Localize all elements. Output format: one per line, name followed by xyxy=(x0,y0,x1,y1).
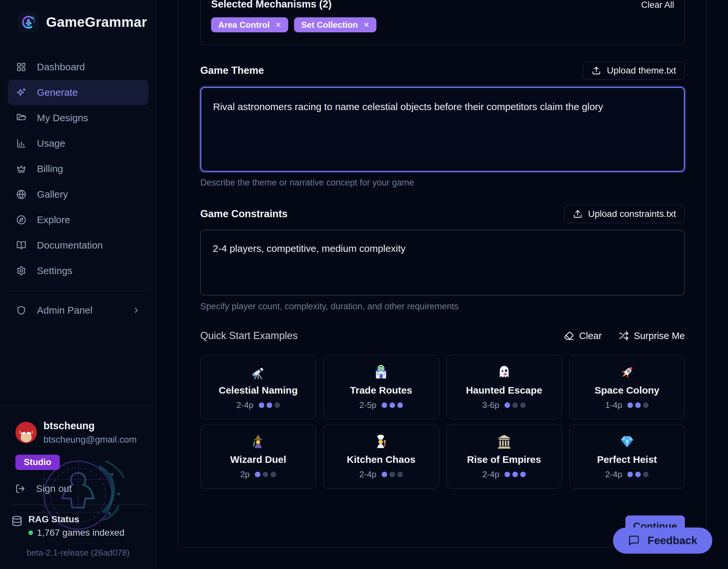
quick-start-card-rise-of-empires[interactable]: Rise of Empires 2-4p xyxy=(446,424,562,489)
brand-name: GameGrammar xyxy=(46,14,147,30)
mechanism-chip-area-control[interactable]: Area Control × xyxy=(211,17,288,32)
game-constraints-label: Game Constraints xyxy=(200,208,288,220)
game-constraints-input[interactable]: 2-4 players, competitive, medium complex… xyxy=(200,230,685,295)
sidebar-item-admin-panel[interactable]: Admin Panel xyxy=(8,297,148,323)
card-title: Kitchen Chaos xyxy=(347,454,415,465)
complexity-dots xyxy=(627,472,649,477)
rag-status-title: RAG Status xyxy=(28,514,124,525)
quick-start-card-haunted-escape[interactable]: Haunted Escape 3-6p xyxy=(446,355,562,419)
mechanism-chips: Area Control × Set Collection × xyxy=(211,17,674,32)
complexity-dots xyxy=(505,402,526,408)
sidebar-item-generate[interactable]: Generate xyxy=(8,80,148,105)
quick-start-grid: Celestial Naming 2-4p 24 Trade Routes 2-… xyxy=(200,355,685,489)
sidebar-item-label: Generate xyxy=(37,87,78,98)
user-email: btscheung@gmail.com xyxy=(43,434,137,445)
sidebar-item-explore[interactable]: Explore xyxy=(8,207,148,233)
rocket-emoji-icon xyxy=(619,364,635,380)
card-title: Trade Routes xyxy=(350,385,412,396)
feedback-button[interactable]: Feedback xyxy=(613,527,712,554)
sidebar-item-label: Usage xyxy=(37,138,65,149)
sign-out-label: Sign out xyxy=(36,483,72,494)
remove-chip-icon[interactable]: × xyxy=(275,20,281,29)
folder-open-icon xyxy=(16,113,26,123)
selected-mechanisms-title: Selected Mechanisms (2) xyxy=(211,0,332,10)
sidebar-item-usage[interactable]: Usage xyxy=(8,131,148,156)
user-profile: btscheung btscheung@gmail.com xyxy=(0,406,156,445)
rag-indexed-count: 1,767 games indexed xyxy=(37,527,124,538)
sidebar-item-my-designs[interactable]: My Designs xyxy=(8,105,148,131)
book-open-icon xyxy=(16,241,26,250)
card-title: Space Colony xyxy=(595,385,659,396)
shuffle-icon xyxy=(619,331,629,341)
sidebar-item-documentation[interactable]: Documentation xyxy=(8,233,148,258)
sign-out-button[interactable]: Sign out xyxy=(0,483,156,494)
card-player-count: 2-4p xyxy=(359,469,376,479)
eraser-icon xyxy=(564,331,574,341)
sidebar-item-billing[interactable]: Billing xyxy=(8,156,148,182)
upload-icon xyxy=(592,66,601,75)
rag-status-block: RAG Status 1,767 games indexed xyxy=(0,514,156,538)
ghost-emoji-icon xyxy=(496,364,512,380)
sparkles-icon xyxy=(16,88,26,97)
upload-theme-button[interactable]: Upload theme.txt xyxy=(583,61,685,80)
quick-start-card-trade-routes[interactable]: 24 Trade Routes 2-5p xyxy=(323,355,439,419)
bar-chart-icon xyxy=(16,139,26,148)
mechanism-chip-set-collection[interactable]: Set Collection × xyxy=(294,17,376,32)
quick-start-card-perfect-heist[interactable]: Perfect Heist 2-4p xyxy=(569,424,685,489)
remove-chip-icon[interactable]: × xyxy=(364,20,369,29)
message-bubble-icon xyxy=(628,535,640,546)
sidebar-item-label: Settings xyxy=(37,265,72,276)
wizard-emoji-icon xyxy=(250,433,266,450)
quick-start-clear-label: Clear xyxy=(579,330,602,341)
upload-constraints-button[interactable]: Upload constraints.txt xyxy=(564,205,685,223)
surprise-me-label: Surprise Me xyxy=(634,330,685,341)
user-name: btscheung xyxy=(43,420,137,432)
status-green-dot xyxy=(28,530,33,535)
quick-start-card-celestial-naming[interactable]: Celestial Naming 2-4p xyxy=(200,355,316,419)
chevron-right-icon xyxy=(132,306,141,314)
card-player-count: 2-4p xyxy=(237,400,254,410)
complexity-dots xyxy=(255,472,276,477)
dashboard-grid-icon xyxy=(16,62,26,72)
plan-badge: Studio xyxy=(15,455,60,470)
main-content: Selected Mechanisms (2) Clear All Area C… xyxy=(157,0,728,569)
globe-icon xyxy=(16,190,26,199)
sidebar-item-label: Explore xyxy=(37,214,70,226)
sidebar-item-label: Dashboard xyxy=(37,61,85,73)
sidebar: GameGrammar Dashboard Generate My Design… xyxy=(0,0,157,569)
quick-start-card-kitchen-chaos[interactable]: Kitchen Chaos 2-4p xyxy=(323,424,439,489)
clear-all-button[interactable]: Clear All xyxy=(641,0,674,10)
upload-theme-label: Upload theme.txt xyxy=(607,65,676,76)
convenience-store-emoji-icon: 24 xyxy=(373,364,389,380)
quick-start-card-wizard-duel[interactable]: Wizard Duel 2p xyxy=(200,424,316,489)
card-title: Celestial Naming xyxy=(219,385,298,396)
quick-start-card-space-colony[interactable]: Space Colony 1-4p xyxy=(569,355,685,419)
quick-start-clear-button[interactable]: Clear xyxy=(564,330,602,341)
user-avatar xyxy=(15,422,37,443)
quick-start-title: Quick Start Examples xyxy=(200,330,298,342)
card-player-count: 1-4p xyxy=(605,400,622,410)
game-theme-input[interactable]: Rival astronomers racing to name celesti… xyxy=(200,87,685,172)
upload-icon xyxy=(573,209,582,219)
log-out-icon xyxy=(15,484,25,494)
card-title: Wizard Duel xyxy=(230,454,286,465)
surprise-me-button[interactable]: Surprise Me xyxy=(619,330,685,341)
game-constraints-helper: Specify player count, complexity, durati… xyxy=(200,301,685,311)
gem-emoji-icon xyxy=(619,433,635,450)
telescope-emoji-icon xyxy=(250,364,266,380)
card-player-count: 3-6p xyxy=(482,400,499,410)
upload-constraints-label: Upload constraints.txt xyxy=(588,209,676,219)
sidebar-item-dashboard[interactable]: Dashboard xyxy=(8,54,148,80)
card-title: Rise of Empires xyxy=(467,454,541,465)
admin-panel-label: Admin Panel xyxy=(37,305,92,316)
card-title: Perfect Heist xyxy=(597,454,657,465)
classical-building-emoji-icon xyxy=(496,433,512,450)
sidebar-item-label: My Designs xyxy=(37,112,88,124)
card-player-count: 2p xyxy=(240,469,250,479)
complexity-dots xyxy=(382,402,403,408)
chef-emoji-icon xyxy=(373,433,389,450)
sidebar-item-gallery[interactable]: Gallery xyxy=(8,182,148,207)
app-root: GameGrammar Dashboard Generate My Design… xyxy=(0,0,728,569)
sidebar-item-settings[interactable]: Settings xyxy=(8,258,148,284)
chip-label: Area Control xyxy=(218,20,270,30)
